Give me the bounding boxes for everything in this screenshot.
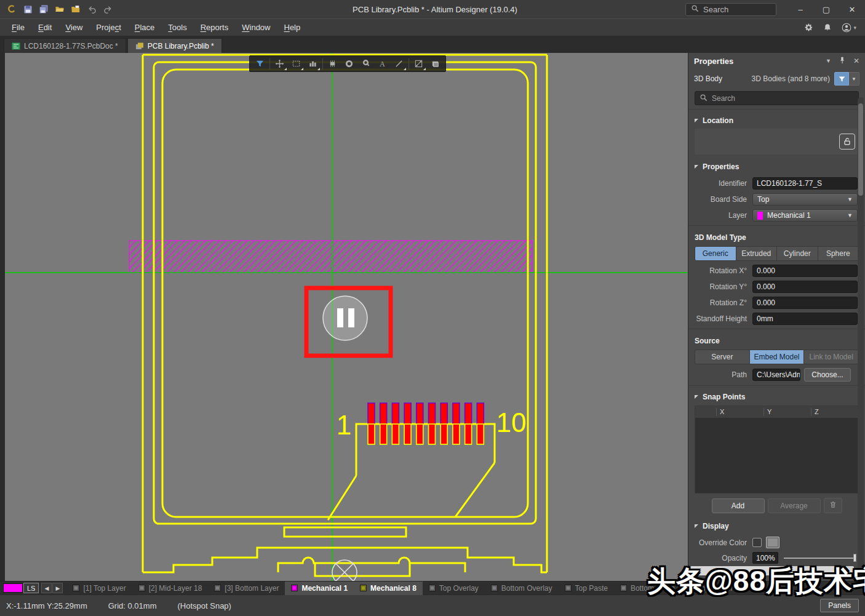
pad-bottom-6[interactable] — [429, 424, 436, 444]
pad-bottom-7[interactable] — [440, 424, 447, 444]
move-icon[interactable] — [271, 57, 288, 71]
notifications-bell-icon[interactable] — [823, 23, 832, 32]
pad-bottom-9[interactable] — [465, 424, 472, 444]
redo-icon[interactable] — [102, 4, 113, 15]
layer-tab-top-paste[interactable]: Top Paste — [559, 582, 614, 595]
fill-icon[interactable] — [427, 57, 444, 71]
panel-pin-icon[interactable] — [839, 57, 846, 66]
snap-points-empty-list[interactable] — [695, 418, 858, 493]
location-lock-button[interactable] — [839, 134, 855, 150]
snap-col-y[interactable]: Y — [763, 408, 811, 416]
standoff-height-input[interactable]: 0mm — [752, 313, 858, 325]
pad-bottom-2[interactable] — [380, 424, 387, 444]
model-type-extruded[interactable]: Extruded — [736, 247, 778, 260]
panel-scrollbar-thumb[interactable] — [858, 103, 863, 196]
pad-bottom-5[interactable] — [417, 424, 423, 444]
tab-pcbdoc[interactable]: LCD160128-1.77S.PcbDoc * — [4, 38, 126, 53]
panel-menu-caret-icon[interactable]: ▼ — [826, 58, 831, 64]
menu-edit[interactable]: Edit — [31, 20, 58, 34]
section-display[interactable]: Display — [688, 518, 865, 533]
layer-tab-mechanical-1[interactable]: Mechanical 1 — [285, 582, 354, 595]
undo-icon[interactable] — [86, 4, 97, 15]
select-area-icon[interactable] — [288, 57, 305, 71]
minimize-button[interactable]: – — [787, 1, 813, 18]
section-properties[interactable]: Properties — [688, 158, 865, 174]
layer-scroll-left-icon[interactable]: ◀ — [41, 583, 52, 593]
menu-project[interactable]: Project — [89, 20, 127, 34]
altium-logo-icon[interactable] — [6, 4, 17, 15]
snap-add-button[interactable]: Add — [712, 498, 765, 513]
open-folder-icon[interactable] — [54, 4, 65, 15]
opacity-slider-handle[interactable] — [853, 554, 856, 562]
pad-bottom-4[interactable] — [404, 424, 411, 444]
pad-top-6[interactable] — [429, 403, 436, 424]
filter-button[interactable] — [834, 72, 849, 86]
pad-top-5[interactable] — [417, 403, 423, 424]
settings-gear-icon[interactable] — [804, 23, 813, 32]
section-snap-points[interactable]: Snap Points — [688, 388, 865, 404]
panel-close-icon[interactable]: ✕ — [853, 57, 859, 65]
via-icon[interactable] — [357, 57, 374, 71]
board-side-select[interactable]: Top ▼ — [752, 193, 858, 206]
pad-array-icon[interactable] — [305, 57, 321, 71]
close-button[interactable]: ✕ — [839, 1, 865, 18]
pad-bottom-3[interactable] — [392, 424, 399, 444]
menu-window[interactable]: Window — [235, 20, 277, 34]
override-color-checkbox[interactable] — [752, 538, 762, 547]
measure-icon[interactable] — [410, 57, 427, 71]
tab-pcblib[interactable]: PCB Library.Pcblib * — [127, 38, 222, 53]
model-type-sphere[interactable]: Sphere — [818, 247, 859, 260]
layer-scroll-right-icon[interactable]: ▶ — [52, 583, 63, 593]
rotation-x-input[interactable]: 0.000 — [752, 265, 858, 277]
menu-help[interactable]: Help — [277, 20, 307, 34]
model-type-cylinder[interactable]: Cylinder — [777, 247, 818, 260]
layer-tab-bottom-overlay[interactable]: Bottom Overlay — [485, 582, 559, 595]
source-embed-model[interactable]: Embed Model — [750, 350, 805, 364]
open-document-icon[interactable] — [70, 4, 81, 15]
menu-reports[interactable]: Reports — [194, 20, 236, 34]
pad-top-1[interactable] — [368, 403, 375, 424]
layer-tab-mechanical-8[interactable]: Mechanical 8 — [354, 582, 423, 595]
pad-top-9[interactable] — [465, 403, 472, 424]
menu-place[interactable]: Place — [128, 20, 162, 34]
rotation-z-input[interactable]: 0.000 — [752, 297, 858, 309]
model-type-generic[interactable]: Generic — [695, 247, 736, 260]
source-server[interactable]: Server — [695, 350, 750, 364]
layer-select[interactable]: Mechanical 1 ▼ — [752, 209, 858, 222]
source-link-to-model[interactable]: Link to Model — [804, 350, 858, 364]
override-color-swatch-button[interactable] — [766, 537, 779, 548]
menu-view[interactable]: View — [58, 20, 89, 34]
pad-top-10[interactable] — [477, 403, 484, 424]
pcb-canvas[interactable]: 1 10 A — [0, 53, 688, 581]
maximize-button[interactable]: ▢ — [813, 1, 839, 18]
panel-search-input[interactable]: Search — [695, 91, 859, 105]
filter-dropdown-button[interactable]: ▼ — [849, 72, 859, 86]
layer-tab-1-top-layer[interactable]: [1] Top Layer — [66, 582, 132, 595]
global-search-input[interactable]: Search — [685, 3, 776, 16]
panels-button[interactable]: Panels — [820, 599, 859, 612]
panel-scrollbar[interactable] — [858, 97, 864, 571]
user-account-icon[interactable]: ▾ — [842, 23, 856, 33]
pad-top-7[interactable] — [440, 403, 447, 424]
filter-icon[interactable] — [252, 57, 268, 71]
snap-delete-button[interactable] — [824, 498, 842, 513]
rotation-y-input[interactable]: 0.000 — [752, 281, 858, 293]
layer-tab-top-overlay[interactable]: Top Overlay — [423, 582, 485, 595]
snap-col-x[interactable]: X — [716, 408, 763, 416]
pad-top-4[interactable] — [404, 403, 411, 424]
choose-button[interactable]: Choose... — [804, 368, 851, 382]
pad-bottom-1[interactable] — [368, 424, 375, 444]
layer-tab-3-bottom-layer[interactable]: [3] Bottom Layer — [208, 582, 285, 595]
pad-top-2[interactable] — [380, 403, 387, 424]
pad-bottom-10[interactable] — [477, 424, 484, 444]
line-icon[interactable] — [391, 57, 407, 71]
section-location[interactable]: Location — [688, 112, 865, 127]
pad-icon[interactable] — [341, 57, 357, 71]
component-icon[interactable] — [324, 57, 341, 71]
snap-average-button[interactable]: Average — [768, 498, 821, 513]
path-input[interactable]: C:\Users\Adm — [752, 369, 800, 381]
string-icon[interactable]: A — [374, 57, 391, 71]
menu-tools[interactable]: Tools — [161, 20, 193, 34]
current-layer-chip[interactable]: LS — [3, 583, 39, 593]
pad-bottom-8[interactable] — [453, 424, 460, 444]
